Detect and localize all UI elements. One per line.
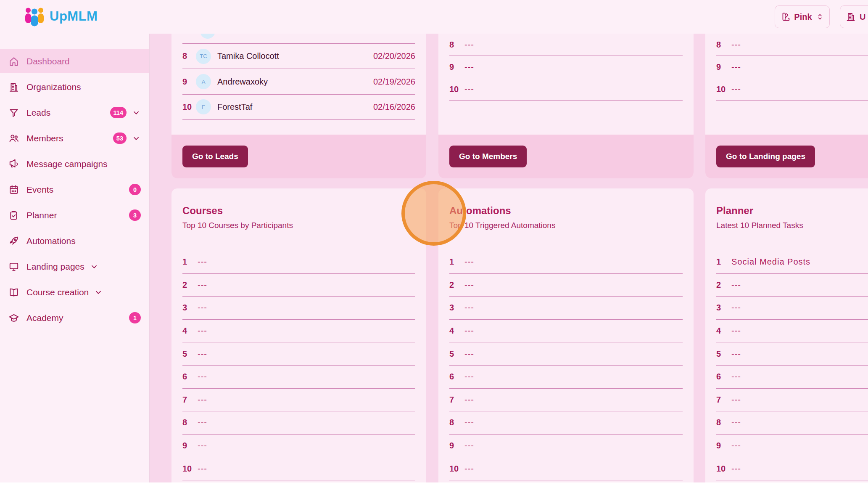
sidebar-item-label: Automations	[26, 236, 76, 246]
row-rank: 9	[716, 441, 731, 451]
row-value: ---	[198, 395, 207, 405]
sidebar-item-organizations[interactable]: Organizations	[0, 75, 149, 99]
row-rank: 9	[716, 62, 731, 72]
list-item: 6 ---	[449, 366, 683, 389]
go-to-landing-pages-button[interactable]: Go to Landing pages	[716, 146, 815, 167]
row-value: ---	[464, 349, 474, 359]
list-item: 4 ---	[182, 320, 415, 343]
row-rank: 10	[716, 85, 731, 94]
sidebar-item-label: Message campaigns	[26, 159, 108, 169]
organization-switcher[interactable]: U	[840, 5, 868, 28]
row-rank: 8	[449, 40, 464, 50]
row-value: ---	[464, 85, 474, 94]
row-rank: 4	[449, 326, 464, 336]
row-value: ---	[731, 395, 741, 405]
row-value: ---	[731, 40, 741, 50]
list-item: 1 ---	[449, 251, 683, 274]
list-item: 9 ---	[182, 435, 415, 458]
row-rank: 3	[182, 303, 198, 313]
sidebar-item-label: Events	[26, 185, 53, 195]
avatar	[200, 34, 215, 39]
row-rank: 9	[182, 77, 196, 87]
row-value: ---	[731, 62, 741, 72]
lead-date: 02/19/2026	[373, 77, 415, 87]
row-rank: 10	[716, 464, 731, 474]
row-rank: 8	[716, 40, 731, 50]
sidebar-item-icon	[8, 287, 19, 298]
sidebar-item-leads[interactable]: Leads 114	[0, 101, 149, 125]
row-value: ---	[464, 257, 474, 267]
theme-selector-value: Pink	[794, 12, 812, 22]
sidebar-item-icon	[8, 210, 19, 221]
planner-card: Planner Latest 10 Planned Tasks 1 Social…	[705, 188, 868, 485]
sidebar-item-course-creation[interactable]: Course creation	[0, 280, 149, 304]
list-item: 4 ---	[716, 320, 868, 343]
avatar: F	[196, 99, 211, 114]
row-value: Social Media Posts	[731, 257, 810, 267]
sidebar-item-members[interactable]: Members 53	[0, 126, 149, 150]
sidebar-item-label: Members	[26, 133, 63, 143]
row-value: ---	[731, 303, 741, 313]
row-rank: 9	[449, 62, 464, 72]
list-item: 10 ---	[716, 78, 868, 101]
theme-selector[interactable]: Pink	[775, 5, 830, 28]
sidebar-item-icon	[8, 236, 19, 246]
list-item: 8 ---	[182, 411, 415, 435]
go-to-leads-button[interactable]: Go to Leads	[182, 146, 248, 167]
row-rank: 6	[449, 372, 464, 382]
row-rank: 7	[449, 395, 464, 405]
chevron-down-icon	[132, 134, 141, 143]
list-item: 9 ---	[449, 56, 683, 78]
row-value: ---	[464, 280, 474, 290]
sidebar-item-events[interactable]: Events 0	[0, 178, 149, 201]
sidebar: Dashboard Organizations Leads 114 Member…	[0, 34, 150, 482]
row-value: ---	[464, 441, 474, 451]
sidebar-item-landing-pages[interactable]: Landing pages	[0, 254, 149, 278]
list-item: 4 ---	[449, 320, 683, 343]
list-item: 9 ---	[716, 56, 868, 78]
sidebar-item-dashboard[interactable]: Dashboard	[0, 49, 149, 73]
row-rank: 3	[449, 303, 464, 313]
row-rank: 8	[449, 418, 464, 427]
organization-switcher-value: U	[860, 12, 865, 22]
row-value: ---	[464, 303, 474, 313]
list-item: 10 ---	[449, 457, 683, 480]
lead-name: Andrewaxoky	[217, 77, 268, 87]
count-badge: 53	[113, 133, 127, 144]
chevrons-up-down-icon	[816, 13, 824, 21]
row-rank: 3	[716, 303, 731, 313]
row-value: ---	[731, 441, 741, 451]
go-to-members-button[interactable]: Go to Members	[449, 146, 527, 167]
chevron-down-icon	[132, 108, 141, 117]
row-value: ---	[198, 280, 207, 290]
row-value: ---	[198, 257, 207, 267]
landing-pages-card: 8 --- 9 --- 10 --- Go to Landing pages	[705, 34, 868, 178]
sidebar-item-planner[interactable]: Planner 3	[0, 203, 149, 227]
sidebar-item-icon	[8, 107, 19, 118]
list-item: 3 ---	[182, 297, 415, 320]
row-value: ---	[731, 280, 741, 290]
members-card: 8 --- 9 --- 10 --- Go to Members	[438, 34, 694, 178]
brand-logo: UpMLM	[24, 6, 98, 27]
row-value: ---	[464, 326, 474, 336]
members-card-footer: Go to Members	[438, 135, 694, 178]
chevron-down-icon	[94, 288, 103, 297]
list-item: 9 ---	[716, 435, 868, 458]
sidebar-item-automations[interactable]: Automations	[0, 229, 149, 253]
row-rank: 1	[716, 257, 731, 267]
card-title: Planner	[716, 204, 868, 217]
card-subtitle: Top 10 Courses by Participants	[182, 220, 415, 231]
sidebar-item-message-campaigns[interactable]: Message campaigns	[0, 152, 149, 176]
row-rank: 4	[182, 326, 198, 336]
row-rank: 10	[182, 464, 198, 474]
card-subtitle: Top 10 Triggered Automations	[449, 220, 683, 231]
row-rank: 2	[716, 280, 731, 290]
chevron-down-icon	[90, 262, 99, 271]
sidebar-item-academy[interactable]: Academy 1	[0, 306, 149, 330]
card-subtitle: Latest 10 Planned Tasks	[716, 220, 868, 231]
list-item: 5 ---	[449, 342, 683, 366]
row-value: ---	[464, 40, 474, 50]
row-value: ---	[464, 418, 474, 427]
list-item: 8 ---	[716, 34, 868, 56]
row-rank: 6	[716, 372, 731, 382]
